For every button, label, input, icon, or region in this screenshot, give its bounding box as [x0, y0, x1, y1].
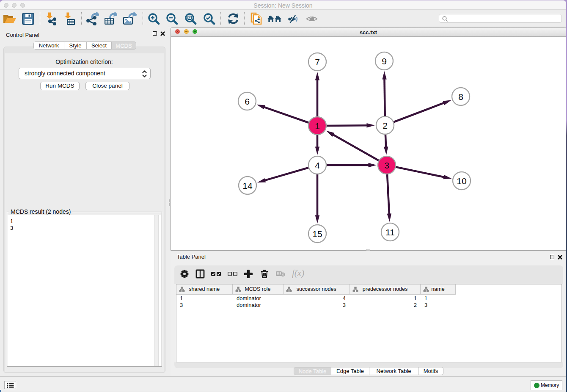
- svg-text:8: 8: [458, 92, 463, 102]
- svg-text:11: 11: [385, 227, 395, 237]
- svg-text:6: 6: [245, 97, 250, 106]
- svg-text:14: 14: [242, 181, 253, 190]
- svg-text:4: 4: [315, 160, 320, 170]
- svg-text:3: 3: [384, 160, 389, 170]
- svg-text:1: 1: [315, 121, 320, 131]
- svg-text:9: 9: [382, 56, 387, 66]
- svg-text:10: 10: [457, 176, 466, 186]
- svg-text:7: 7: [315, 57, 320, 67]
- svg-text:15: 15: [312, 229, 322, 239]
- svg-text:2: 2: [383, 121, 388, 130]
